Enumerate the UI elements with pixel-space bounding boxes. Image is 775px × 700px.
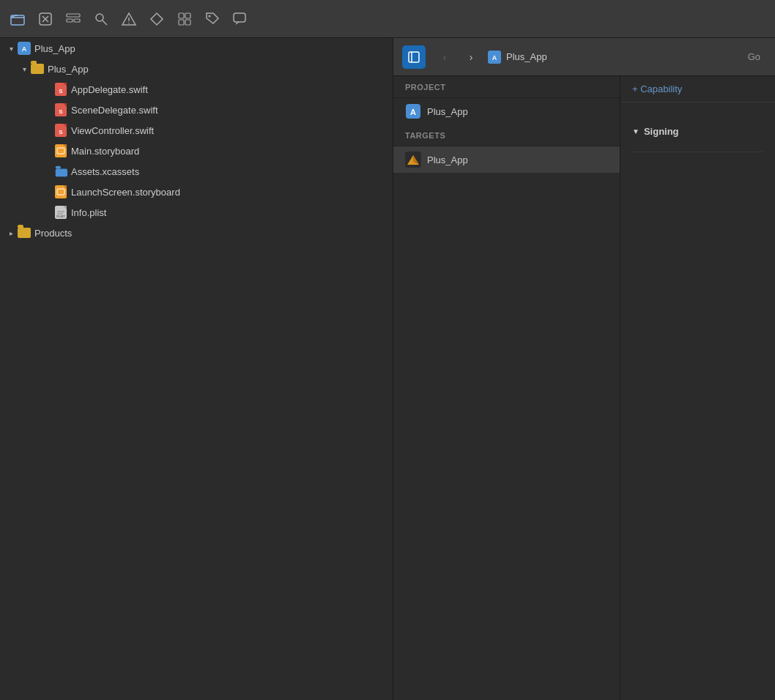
svg-rect-31	[55, 185, 67, 198]
root-project-item[interactable]: A Plus_App	[0, 38, 393, 59]
project-targets-list: PROJECT A Plus_App TARGETS	[393, 76, 620, 700]
svg-rect-29	[56, 168, 67, 176]
scenedelegate-label: SceneDelegate.swift	[71, 105, 158, 116]
tag-toolbar-icon[interactable]	[201, 7, 224, 31]
folder-nav-icon[interactable]	[6, 7, 29, 31]
grid-toolbar-icon[interactable]	[173, 7, 196, 31]
title-xcodeproj-icon: A	[487, 50, 502, 64]
svg-text:S: S	[59, 129, 63, 135]
viewcontroller-item[interactable]: S ViewController.swift	[0, 120, 393, 141]
project-item-label: Plus_App	[427, 106, 468, 117]
swift-icon-appdelegate: S	[54, 83, 67, 96]
go-label: Go	[742, 51, 766, 62]
main-toolbar	[0, 0, 775, 38]
plist-icon: PLIST	[54, 206, 67, 219]
plus-app-folder-item[interactable]: Plus_App	[0, 59, 393, 79]
target-item-label: Plus_App	[427, 154, 468, 165]
target-plus-app-item[interactable]: Plus_App	[393, 146, 620, 173]
svg-text:A: A	[410, 108, 416, 116]
project-plus-app-item[interactable]: A Plus_App	[393, 98, 620, 124]
appdelegate-item[interactable]: S AppDelegate.swift	[0, 79, 393, 100]
svg-text:S: S	[59, 88, 63, 94]
appdelegate-label: AppDelegate.swift	[71, 84, 148, 95]
signing-triangle-icon: ▼	[632, 127, 639, 135]
swift-icon-viewcontroller: S	[54, 124, 67, 137]
inspector-area: ▼ Signing	[620, 103, 775, 700]
products-folder-item[interactable]: Products	[0, 223, 393, 243]
svg-point-8	[128, 22, 130, 23]
inspector-content: + Capability ▼ Signing	[620, 76, 775, 700]
svg-rect-12	[185, 20, 190, 25]
products-folder-icon	[18, 226, 31, 239]
back-button[interactable]: ‹	[434, 47, 455, 67]
signing-separator	[632, 152, 763, 152]
capability-bar: + Capability	[620, 76, 775, 103]
inspector-toggle-btn[interactable]	[402, 45, 426, 69]
xcode-icon[interactable]	[34, 7, 57, 31]
project-item-icon: A	[405, 103, 421, 119]
svg-text:PLIST: PLIST	[56, 215, 65, 218]
svg-rect-39	[409, 52, 419, 62]
products-label: Products	[34, 228, 72, 239]
scenedelegate-item[interactable]: S SceneDelegate.swift	[0, 100, 393, 120]
svg-rect-4	[74, 19, 80, 22]
chat-toolbar-icon[interactable]	[229, 7, 252, 31]
hierarchy-nav-icon[interactable]	[62, 7, 85, 31]
storyboard-icon-main	[54, 144, 67, 157]
swift-icon-scenedelegate: S	[54, 103, 67, 116]
signing-section: ▼ Signing	[632, 126, 763, 143]
plus-app-folder-chevron	[19, 64, 29, 74]
svg-rect-3	[67, 19, 73, 22]
right-toolbar-title: A Plus_App	[487, 50, 547, 64]
infoplist-label: Info.plist	[71, 207, 106, 218]
products-chevron	[6, 228, 16, 238]
svg-text:S: S	[59, 108, 63, 115]
svg-point-13	[209, 15, 211, 17]
targets-section-header: TARGETS	[393, 124, 620, 146]
folder-yellow-icon	[31, 62, 44, 75]
assets-icon	[54, 165, 67, 178]
assets-label: Assets.xcassets	[71, 166, 139, 177]
file-navigator: A Plus_App Plus_App S	[0, 38, 393, 700]
main-storyboard-label: Main.storyboard	[71, 146, 139, 157]
add-capability-button[interactable]: + Capability	[632, 83, 682, 94]
svg-rect-26	[55, 144, 67, 157]
infoplist-item[interactable]: PLIST Info.plist	[0, 202, 393, 223]
right-toolbar-title-text: Plus_App	[506, 51, 547, 62]
right-toolbar: ‹ › A Plus_App Go	[393, 38, 775, 76]
launchscreen-label: LaunchScreen.storyboard	[71, 187, 180, 198]
svg-text:A: A	[22, 45, 27, 53]
diamond-toolbar-icon[interactable]	[145, 7, 168, 31]
target-item-icon	[405, 152, 421, 168]
project-navigator-content: PROJECT A Plus_App TARGETS	[393, 76, 775, 700]
viewcontroller-label: ViewController.swift	[71, 125, 154, 136]
svg-rect-9	[179, 13, 184, 18]
root-chevron	[6, 43, 16, 53]
svg-rect-2	[67, 14, 80, 17]
right-panel: ‹ › A Plus_App Go	[393, 38, 775, 700]
svg-rect-30	[56, 166, 61, 169]
signing-header: ▼ Signing	[632, 126, 763, 137]
assets-item[interactable]: Assets.xcassets	[0, 161, 393, 182]
project-section-header: PROJECT	[393, 76, 620, 98]
svg-line-6	[103, 21, 107, 25]
launchscreen-item[interactable]: LaunchScreen.storyboard	[0, 182, 393, 202]
xcodeproj-icon: A	[18, 42, 31, 55]
svg-rect-11	[179, 20, 184, 25]
svg-text:A: A	[492, 54, 497, 62]
signing-label: Signing	[644, 126, 679, 137]
plus-app-folder-label: Plus_App	[48, 64, 89, 75]
search-toolbar-icon[interactable]	[89, 7, 113, 31]
forward-button[interactable]: ›	[461, 47, 481, 67]
warning-toolbar-icon[interactable]	[117, 7, 141, 31]
storyboard-icon-launch	[54, 185, 67, 198]
svg-point-5	[96, 14, 103, 21]
svg-rect-10	[185, 13, 190, 18]
main-area: A Plus_App Plus_App S	[0, 38, 775, 700]
svg-rect-14	[234, 13, 245, 22]
root-label: Plus_App	[34, 43, 75, 54]
main-storyboard-item[interactable]: Main.storyboard	[0, 141, 393, 161]
add-capability-label: + Capability	[632, 83, 682, 94]
